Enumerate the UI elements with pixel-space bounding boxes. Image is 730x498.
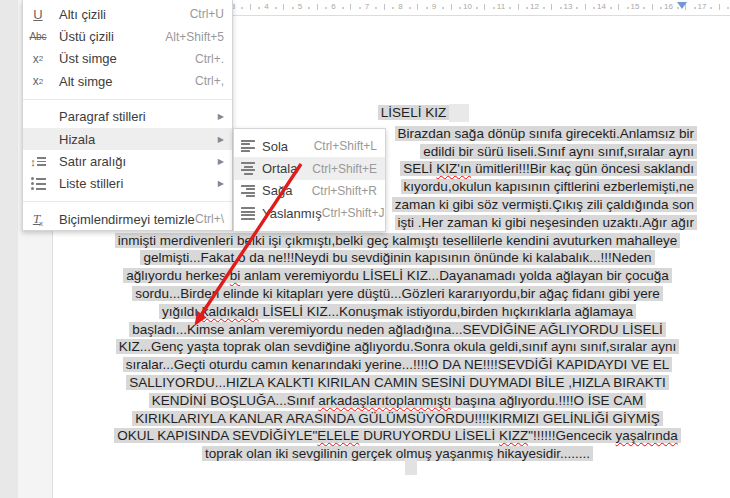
submenu-item-sa-a[interactable]: SağaCtrl+Shift+R [234,180,385,202]
document-line[interactable]: KIRIKLARIYLA KANLAR ARASINDA GÜLÜMSÜYORD… [98,410,697,428]
menu-item--st-simge[interactable]: x2Üst simgeCtrl+. [23,48,232,70]
spellcheck-underline: KIZZ [499,428,528,443]
format-menu: UAltı çiziliCtrl+UAbcÜstü çiziliAlt+Shif… [22,0,233,231]
ruler-number: 8 [398,0,402,14]
right-indent-marker[interactable] [677,2,687,9]
spellcheck-underline: yaşalrında [615,428,677,443]
ruler-tick [476,7,478,9]
ruler-tick [560,7,562,9]
document-line[interactable]: toprak olan iki sevgilinin gerçek olmuş … [98,445,697,463]
ruler-tick [526,7,528,9]
ruler-tick [325,7,327,9]
ruler-number: 17 [698,0,707,14]
document-line[interactable]: inmişti merdivenleri belki işi çıkmıştı,… [98,232,697,250]
menu-item-hizala[interactable]: Hizala▶ [23,128,232,150]
menu-item-alt-izili[interactable]: UAltı çiziliCtrl+U [23,3,232,25]
ruler-tick [375,7,377,9]
selected-text: başladı...Kimse anlam veremiyordu neden … [129,322,666,337]
document-line[interactable]: OKUL KAPISINDA SEVDİĞİYLE"ELELE DURUYORD… [98,427,697,445]
selected-text: gelmişti...Fakat o da ne!!!Neydi bu sevd… [140,250,654,265]
ruler-number: 7 [365,0,369,14]
menu-item-shortcut: Ctrl+, [195,74,224,88]
document-line[interactable]: yığıldı kaldıkaldı LİSELİ KIZ...Konuşmak… [98,303,697,321]
menu-item-shortcut: Ctrl+U [190,7,224,21]
ruler-tick [442,7,444,9]
spellcheck-underline: KIZ'ın [436,161,471,176]
menu-item-alt-simge[interactable]: x2Alt simgeCtrl+, [23,70,232,92]
menu-item-label: Ortala [262,161,312,176]
ruler-tick [576,7,578,9]
submenu-item-ortala[interactable]: OrtalaCtrl+Shift+E [234,157,385,179]
submenu-item-yaslanm-[interactable]: YaslanmışCtrl+Shift+J [234,202,385,224]
selection-tail [449,104,469,122]
document-line[interactable]: gelmişti...Fakat o da ne!!!Neydi bu sevd… [98,249,697,267]
ruler-tick [652,4,653,10]
menu-item-label: Satır aralığı [59,154,218,169]
selected-text: toprak olan iki sevgilinin gerçek olmuş … [202,446,593,461]
menu-item-sat-r-aral-[interactable]: ↕Satır aralığı▶ [23,150,232,172]
menu-item-label: Sağa [262,183,312,198]
selected-text: sordu...Birden elinde ki kitapları yere … [132,286,663,301]
ruler-tick [618,4,619,10]
menu-item-label: Alt simge [59,74,195,89]
menu-item-shortcut: Ctrl+Shift+R [312,184,377,198]
underline-icon: U [23,7,53,22]
subscript-icon: x2 [23,74,53,88]
ruler-number: 14 [597,0,606,14]
menu-separator [23,201,232,202]
ruler-tick [459,7,461,9]
document-line[interactable]: ağlıyordu herkes bi anlam veremiyordu Lİ… [98,267,697,285]
ruler-tick [392,7,394,9]
ruler-number: 13 [564,0,573,14]
left-gutter [0,0,18,498]
ruler-tick [660,7,662,9]
submenu-item-sola[interactable]: SolaCtrl+Shift+L [234,135,385,157]
ruler-tick [350,4,351,10]
menu-item-label: Hizala [59,132,218,147]
ruler-tick [484,4,485,10]
ruler-tick [426,7,428,9]
menu-item-label: Altı çizili [59,7,190,22]
selected-text: inmişti merdivenleri belki işi çıkmıştı,… [115,233,681,248]
ruler-tick [359,7,361,9]
selected-paragraph-mark [405,458,417,475]
document-line[interactable]: KENDİNİ BOŞLUĞA...Sınıf arkadaşlarıtopla… [98,392,697,410]
ruler-tick [710,7,712,9]
ruler-tick [493,7,495,9]
menu-item-label: Üst simge [59,51,195,66]
ruler-number: 12 [530,0,539,14]
align-center-icon [234,161,262,177]
ruler-number: 5 [298,0,302,14]
spellcheck-underline: kaldıkaldı [202,304,259,319]
menu-item-label: Paragraf stilleri [59,109,218,124]
ruler-tick [342,7,344,9]
ruler-number: 6 [331,0,335,14]
ruler-number: 10 [463,0,472,14]
selected-text: KENDİNİ BOŞLUĞA...Sınıf arkadaşlarıtopla… [149,393,646,408]
spellcheck-underline: ELELE [317,428,359,443]
ruler-tick [719,4,720,10]
ruler-number: 4 [264,0,268,14]
document-line[interactable]: sıralar...Geçti oturdu camın kenarındaki… [98,356,697,374]
ruler-tick [384,4,385,10]
document-line[interactable]: başladı...Kimse anlam veremiyordu neden … [98,321,697,339]
ruler-tick [694,7,696,9]
submenu-arrow-icon: ▶ [218,179,224,188]
ruler-tick [518,4,519,10]
ruler-tick [417,4,418,10]
ruler-number: 11 [497,0,505,14]
document-line[interactable]: KIZ...Genç yaşta toprak olan sevdiğine a… [98,338,697,356]
document-title: LİSELİ KIZ [378,105,449,120]
menu-separator [23,99,232,100]
selected-text: sıralar...Geçti oturdu camın kenarındaki… [123,357,673,372]
menu-item-label: Biçimlendirmeyi temizle [59,212,195,227]
align-justify-icon [234,206,262,222]
ruler-tick [643,7,645,9]
document-line[interactable]: sordu...Birden elinde ki kitapları yere … [98,285,697,303]
align-submenu: SolaCtrl+Shift+LOrtalaCtrl+Shift+ESağaCt… [233,128,386,232]
menu-item-liste-stilleri[interactable]: Liste stilleri▶ [23,173,232,195]
document-line[interactable]: SALLIYORDU...HIZLA KALKTI KIRILAN CAMIN … [98,374,697,392]
menu-item--st-izili[interactable]: AbcÜstü çiziliAlt+Shift+5 [23,25,232,47]
menu-item-bi-imlendirmeyi-temizle[interactable]: TxBiçimlendirmeyi temizleCtrl+\ [23,208,232,230]
menu-item-paragraf-stilleri[interactable]: Paragraf stilleri▶ [23,106,232,128]
